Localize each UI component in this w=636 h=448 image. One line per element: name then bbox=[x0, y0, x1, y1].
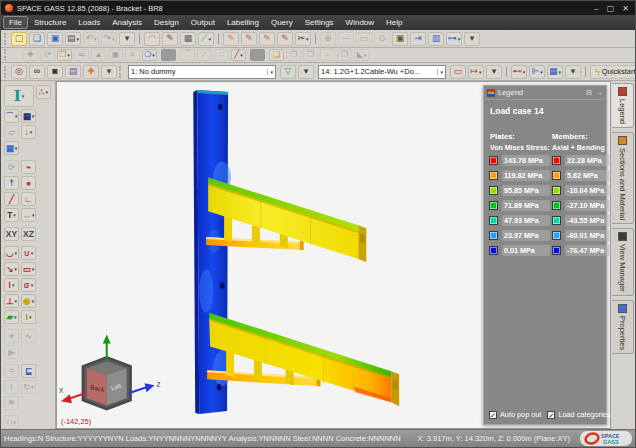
auto-pop-out-checkbox[interactable]: ✓ bbox=[489, 411, 497, 419]
dropdown-arrow-icon[interactable] bbox=[479, 69, 482, 75]
walk-through-button[interactable]: ✦ bbox=[4, 329, 19, 343]
toolbar-button[interactable] bbox=[161, 49, 176, 61]
menu-query[interactable]: Query bbox=[265, 16, 299, 29]
dropdown-arrow-icon[interactable] bbox=[15, 145, 18, 151]
attach-button[interactable]: ⊕ bbox=[320, 32, 336, 46]
plane-xy-button[interactable]: XY bbox=[4, 227, 19, 241]
dropdown-arrow-icon[interactable] bbox=[208, 36, 211, 42]
dropdown-arrow-icon[interactable] bbox=[12, 282, 15, 288]
corner-tool-button[interactable]: ◣ bbox=[354, 49, 369, 61]
dropdown-arrow-icon[interactable] bbox=[458, 36, 461, 42]
note-button[interactable]: ❏ bbox=[269, 49, 284, 61]
snap-magnet-button[interactable]: ◠ bbox=[144, 32, 160, 46]
toolbar-button[interactable] bbox=[4, 49, 19, 61]
zoom-button[interactable]: ◎ bbox=[11, 65, 27, 79]
capital-i-button[interactable]: I bbox=[4, 380, 19, 394]
plate-member[interactable] bbox=[193, 90, 231, 414]
menu-help[interactable]: Help bbox=[380, 16, 408, 29]
renumber-button[interactable]: ⇥ bbox=[410, 32, 426, 46]
minimize-button[interactable]: – bbox=[594, 4, 598, 13]
dropdown-arrow-icon[interactable] bbox=[32, 266, 35, 272]
nodes-button[interactable]: ∴ bbox=[36, 85, 51, 99]
undo-button[interactable]: ↶ bbox=[83, 32, 99, 46]
dropdown-arrow-icon[interactable] bbox=[94, 36, 97, 42]
node-load-button[interactable]: ⊩ bbox=[529, 65, 545, 79]
menu-settings[interactable]: Settings bbox=[299, 16, 340, 29]
deflection-button[interactable]: ↘ bbox=[4, 262, 19, 276]
stretch-button[interactable]: ▣ bbox=[108, 49, 123, 61]
menu-file[interactable]: File bbox=[3, 16, 28, 29]
close-button[interactable]: ✕ bbox=[622, 4, 629, 13]
tab-view-manager[interactable]: View Manager bbox=[612, 228, 634, 296]
bending-diagram-button[interactable]: ◡ bbox=[4, 246, 19, 260]
upper-bracket[interactable] bbox=[206, 177, 366, 262]
menu-structure[interactable]: Structure bbox=[28, 16, 72, 29]
dynamic-button[interactable]: ∿ bbox=[21, 329, 36, 343]
menu-labelling[interactable]: Labelling bbox=[221, 16, 265, 29]
dropdown-arrow-icon[interactable] bbox=[31, 384, 34, 390]
pin-button[interactable]: † bbox=[4, 176, 19, 190]
new-file-button[interactable]: ▢ bbox=[11, 32, 27, 46]
plane-xz-button[interactable]: XZ bbox=[21, 227, 36, 241]
spin-button[interactable]: ❍ bbox=[142, 49, 157, 61]
combo-arrow-icon[interactable] bbox=[267, 69, 273, 75]
menu-output[interactable]: Output bbox=[185, 16, 221, 29]
overflow2-button[interactable]: ▾ bbox=[464, 32, 480, 46]
delete-grid-button[interactable]: ▦ bbox=[180, 32, 196, 46]
mirror-button[interactable]: ⇋ bbox=[74, 49, 89, 61]
levels-button[interactable]: ⊑ bbox=[21, 364, 36, 378]
palette-button[interactable] bbox=[3, 242, 53, 245]
axial-force-button[interactable]: ▭ bbox=[21, 262, 36, 276]
toolbar-button[interactable] bbox=[315, 33, 316, 44]
dropdown-arrow-icon[interactable] bbox=[364, 52, 367, 58]
moving-load-button[interactable]: ⊶ bbox=[446, 32, 462, 46]
dropdown-arrow-icon[interactable] bbox=[67, 52, 70, 58]
animate-button[interactable]: ▶ bbox=[4, 345, 19, 359]
palette-button[interactable] bbox=[3, 156, 53, 159]
filter-overflow-button[interactable]: ▾ bbox=[298, 65, 314, 79]
toolbar-button[interactable] bbox=[250, 49, 265, 61]
divide-button[interactable]: ∷ bbox=[214, 49, 229, 61]
reactions-button[interactable]: ⊥ bbox=[4, 294, 19, 308]
sigma-button[interactable]: σ bbox=[21, 278, 36, 292]
dropdown-arrow-icon[interactable] bbox=[523, 69, 526, 75]
dropdown-arrow-icon[interactable] bbox=[559, 69, 562, 75]
legend-dock-button[interactable]: ⊟ bbox=[586, 89, 592, 97]
line-button[interactable]: ╱ bbox=[4, 192, 19, 206]
tab-legend[interactable]: Legend bbox=[612, 83, 634, 128]
edit-loads-button[interactable]: ✎ bbox=[277, 32, 293, 46]
find-button[interactable]: ∞ bbox=[29, 65, 45, 79]
palette-button[interactable] bbox=[3, 411, 53, 414]
dropdown-arrow-icon[interactable] bbox=[14, 250, 17, 256]
copy-button[interactable]: ❐ bbox=[57, 49, 72, 61]
palette-button[interactable] bbox=[3, 360, 53, 363]
dropdown-arrow-icon[interactable] bbox=[152, 52, 155, 58]
combo-arrow-icon[interactable] bbox=[437, 69, 443, 75]
dropdown-arrow-icon[interactable] bbox=[13, 419, 16, 425]
load-case-combo[interactable]: 14: 1.2G+1.2Cable-Wu +Do... bbox=[318, 65, 446, 79]
filter-button[interactable]: ▽ bbox=[280, 65, 296, 79]
select-edit-button[interactable]: ✎ bbox=[162, 32, 178, 46]
lock-button[interactable]: ▣ bbox=[392, 32, 408, 46]
print-button[interactable]: ▤ bbox=[65, 32, 81, 46]
fillet-button[interactable]: ⟋ bbox=[197, 49, 212, 61]
load-button[interactable]: ↓ bbox=[21, 125, 36, 139]
measure-button[interactable]: ▤ bbox=[65, 65, 81, 79]
loadcase-stop-button[interactable]: ▭ bbox=[450, 65, 466, 79]
merge-button[interactable]: ⊙ bbox=[374, 32, 390, 46]
maximize-button[interactable]: ▢ bbox=[607, 4, 615, 13]
move-button[interactable]: ✚ bbox=[23, 49, 38, 61]
scale-button[interactable]: ▲ bbox=[91, 49, 106, 61]
legend-pin-button[interactable]: → bbox=[596, 89, 603, 96]
tab-properties[interactable]: Properties bbox=[612, 300, 634, 354]
edit-plates-button[interactable]: ✎ bbox=[259, 32, 275, 46]
edit-members-button[interactable]: ✎ bbox=[241, 32, 257, 46]
loadcase-overflow-button[interactable]: ▾ bbox=[486, 65, 502, 79]
pan-button[interactable]: ✚ bbox=[83, 65, 99, 79]
dropdown-arrow-icon[interactable] bbox=[15, 113, 18, 119]
menu-window[interactable]: Window bbox=[340, 16, 380, 29]
palette-button[interactable] bbox=[3, 325, 53, 328]
dropdown-arrow-icon[interactable] bbox=[306, 36, 309, 42]
tab-sections-and-material[interactable]: Sections and Material bbox=[612, 132, 634, 224]
toolbar-button[interactable] bbox=[119, 66, 122, 78]
